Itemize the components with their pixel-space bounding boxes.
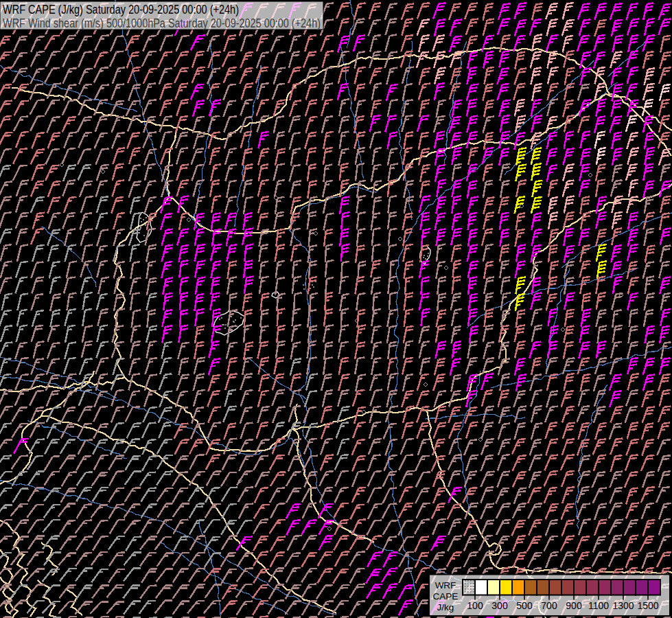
svg-text:1100: 1100 (588, 600, 609, 611)
svg-text:J/kg: J/kg (437, 602, 454, 613)
svg-text:500: 500 (516, 600, 533, 611)
svg-text:1500: 1500 (637, 600, 658, 611)
svg-text:100: 100 (467, 600, 483, 611)
svg-text:WRF CAPE (J/kg) Saturday 20-09: WRF CAPE (J/kg) Saturday 20-09-2025 00:0… (3, 3, 239, 16)
svg-text:700: 700 (541, 600, 557, 611)
svg-text:WRF: WRF (435, 580, 456, 591)
svg-text:WRF Wind shear (m/s) 500/1000h: WRF Wind shear (m/s) 500/1000hPa Saturda… (3, 16, 321, 30)
svg-text:1300: 1300 (612, 600, 634, 611)
svg-text:900: 900 (566, 600, 582, 611)
svg-text:CAPE: CAPE (433, 591, 459, 602)
svg-text:300: 300 (491, 600, 508, 611)
